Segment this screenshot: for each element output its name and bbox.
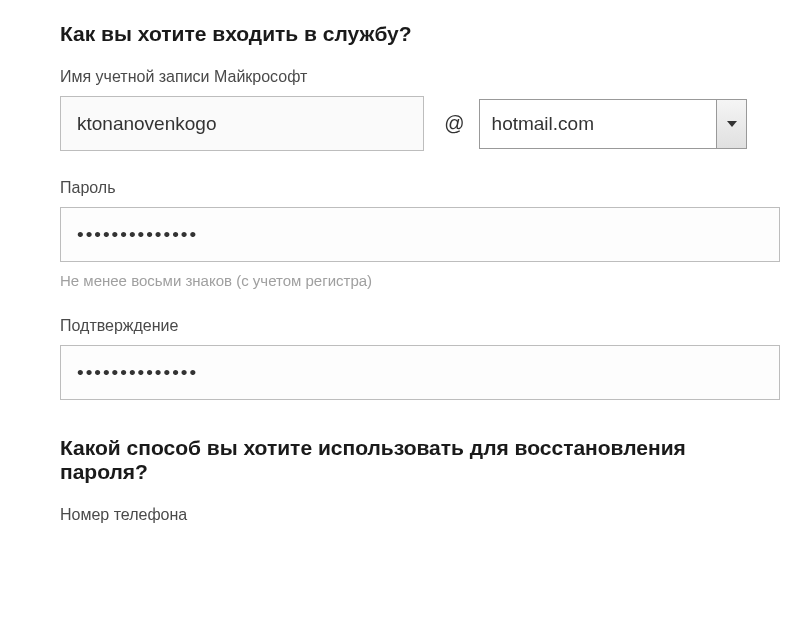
signin-heading: Как вы хотите входить в службу?	[60, 22, 747, 46]
recovery-section: Какой способ вы хотите использовать для …	[60, 436, 747, 524]
confirm-input[interactable]	[60, 345, 780, 400]
password-label: Пароль	[60, 179, 747, 197]
password-hint: Не менее восьми знаков (с учетом регистр…	[60, 272, 747, 289]
password-input[interactable]	[60, 207, 780, 262]
domain-select[interactable]: hotmail.com	[479, 99, 747, 149]
chevron-down-icon	[727, 121, 737, 127]
domain-selected-value: hotmail.com	[492, 113, 594, 135]
username-input[interactable]	[60, 96, 424, 151]
phone-label: Номер телефона	[60, 506, 747, 524]
confirm-block: Подтверждение	[60, 317, 747, 400]
password-block: Пароль Не менее восьми знаков (с учетом …	[60, 179, 747, 289]
dropdown-arrow-button[interactable]	[716, 100, 746, 148]
at-symbol: @	[444, 112, 464, 135]
confirm-label: Подтверждение	[60, 317, 747, 335]
account-row: @ hotmail.com	[60, 96, 747, 151]
recovery-heading: Какой способ вы хотите использовать для …	[60, 436, 747, 484]
account-label: Имя учетной записи Майкрософт	[60, 68, 747, 86]
